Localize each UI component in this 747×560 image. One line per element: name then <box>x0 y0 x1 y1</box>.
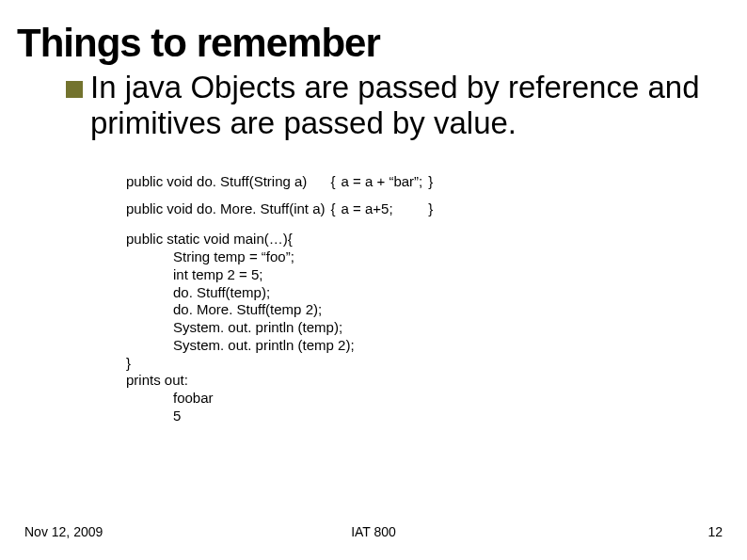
code-close-1: } <box>428 173 438 191</box>
bullet-item: In java Objects are passed by reference … <box>66 70 730 141</box>
code-main-block: public static void main(…){ String temp … <box>126 231 730 424</box>
footer-page-number: 12 <box>707 524 723 539</box>
code-row-1: public void do. Stuff(String a) { a = a … <box>126 173 438 191</box>
code-signature-table: public void do. Stuff(String a) { a = a … <box>126 173 438 218</box>
slide: Things to remember In java Objects are p… <box>0 0 747 560</box>
code-sig-1: public void do. Stuff(String a) <box>126 173 331 191</box>
code-close-2: } <box>428 200 438 218</box>
code-body-1: a = a + “bar”; <box>342 173 429 191</box>
code-open-2: { <box>331 200 342 218</box>
code-row-2: public void do. More. Stuff(int a) { a =… <box>126 200 438 218</box>
code-body-2: a = a+5; <box>342 200 429 218</box>
code-open-1: { <box>331 173 342 191</box>
slide-title: Things to remember <box>17 21 730 66</box>
bullet-text: In java Objects are passed by reference … <box>90 70 730 141</box>
square-bullet-icon <box>66 81 83 98</box>
code-sig-2: public void do. More. Stuff(int a) <box>126 200 331 218</box>
code-block: public void do. Stuff(String a) { a = a … <box>126 173 730 425</box>
footer-center: IAT 800 <box>0 524 747 539</box>
